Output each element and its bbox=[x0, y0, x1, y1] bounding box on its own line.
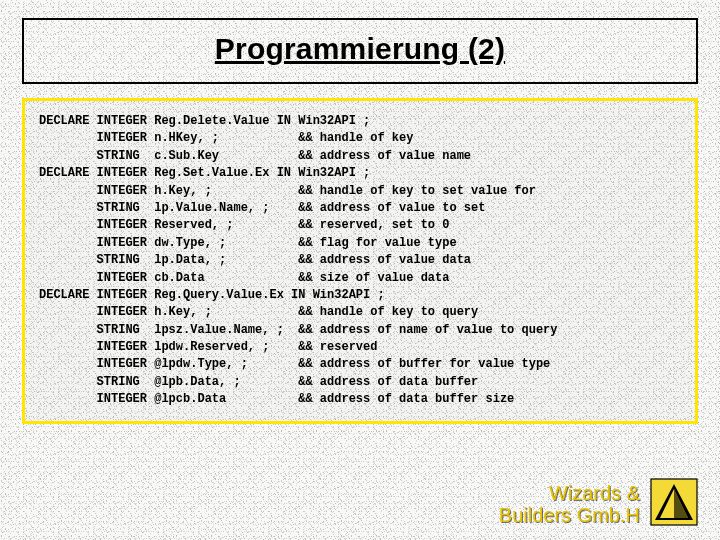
footer-line-2: Builders Gmb.H bbox=[499, 504, 640, 526]
logo-emblem bbox=[650, 478, 698, 526]
code-line: INTEGER @lpdw.Type, ; && address of buff… bbox=[39, 356, 681, 373]
code-line: STRING lp.Value.Name, ; && address of va… bbox=[39, 200, 681, 217]
code-block: DECLARE INTEGER Reg.Delete.Value IN Win3… bbox=[39, 113, 681, 409]
code-line: INTEGER @lpcb.Data && address of data bu… bbox=[39, 391, 681, 408]
code-line: DECLARE INTEGER Reg.Delete.Value IN Win3… bbox=[39, 113, 681, 130]
code-line: INTEGER h.Key, ; && handle of key to que… bbox=[39, 304, 681, 321]
code-line: DECLARE INTEGER Reg.Set.Value.Ex IN Win3… bbox=[39, 165, 681, 182]
code-line: STRING c.Sub.Key && address of value nam… bbox=[39, 148, 681, 165]
slide-title: Programmierung (2) bbox=[24, 32, 696, 66]
code-line: INTEGER dw.Type, ; && flag for value typ… bbox=[39, 235, 681, 252]
footer-text: Wizards & Builders Gmb.H bbox=[499, 482, 640, 526]
title-box: Programmierung (2) bbox=[22, 18, 698, 84]
code-line: DECLARE INTEGER Reg.Query.Value.Ex IN Wi… bbox=[39, 287, 681, 304]
code-line: STRING @lpb.Data, ; && address of data b… bbox=[39, 374, 681, 391]
triangle-icon bbox=[650, 478, 698, 526]
code-line: INTEGER cb.Data && size of value data bbox=[39, 270, 681, 287]
footer-line-1: Wizards & bbox=[549, 482, 640, 504]
code-line: STRING lp.Data, ; && address of value da… bbox=[39, 252, 681, 269]
footer: Wizards & Builders Gmb.H bbox=[22, 468, 698, 526]
code-line: INTEGER Reserved, ; && reserved, set to … bbox=[39, 217, 681, 234]
code-line: INTEGER h.Key, ; && handle of key to set… bbox=[39, 183, 681, 200]
code-line: INTEGER lpdw.Reserved, ; && reserved bbox=[39, 339, 681, 356]
code-line: STRING lpsz.Value.Name, ; && address of … bbox=[39, 322, 681, 339]
slide-container: Programmierung (2) DECLARE INTEGER Reg.D… bbox=[0, 0, 720, 540]
code-box: DECLARE INTEGER Reg.Delete.Value IN Win3… bbox=[22, 98, 698, 424]
code-line: INTEGER n.HKey, ; && handle of key bbox=[39, 130, 681, 147]
